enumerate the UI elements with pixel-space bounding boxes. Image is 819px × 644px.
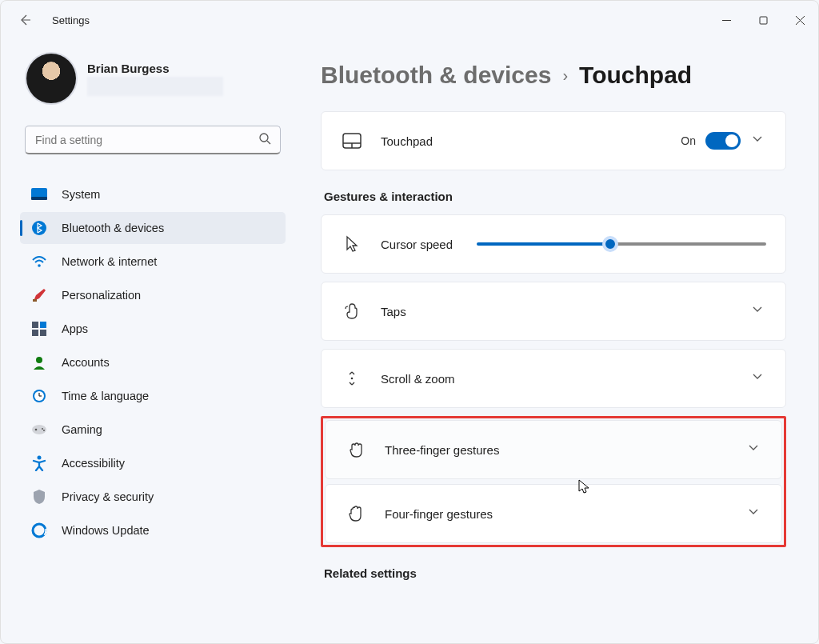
scroll-icon — [342, 369, 362, 388]
breadcrumb-current: Touchpad — [579, 62, 692, 89]
three-finger-label: Three-finger gestures — [385, 443, 499, 457]
svg-rect-13 — [32, 330, 38, 336]
hand-icon — [346, 504, 366, 523]
taps-card[interactable]: Taps — [321, 282, 786, 341]
nav-label: Network & internet — [62, 255, 157, 268]
nav-accessibility[interactable]: Accessibility — [20, 447, 286, 479]
nav-label: Accessibility — [62, 457, 125, 470]
nav-privacy[interactable]: Privacy & security — [20, 481, 286, 513]
nav-label: Windows Update — [62, 524, 150, 537]
chevron-down-icon — [748, 442, 762, 457]
touchpad-toggle[interactable] — [705, 132, 741, 150]
nav-label: Accounts — [62, 356, 110, 369]
profile-block[interactable]: Brian Burgess — [20, 54, 286, 103]
sidebar: Brian Burgess System Bluetooth & devices… — [1, 39, 297, 644]
chevron-down-icon[interactable] — [752, 134, 766, 148]
shield-icon — [31, 489, 47, 505]
toggle-state: On — [681, 134, 696, 147]
nav-system[interactable]: System — [20, 178, 286, 210]
nav-network[interactable]: Network & internet — [20, 246, 286, 278]
nav-label: System — [62, 188, 100, 201]
svg-rect-1 — [760, 17, 767, 24]
update-icon — [31, 522, 47, 538]
scroll-zoom-label: Scroll & zoom — [381, 372, 455, 386]
cursor-icon — [342, 234, 362, 254]
nav-list: System Bluetooth & devices Network & int… — [20, 178, 286, 546]
nav-label: Privacy & security — [62, 490, 154, 503]
cursor-speed-label: Cursor speed — [381, 238, 453, 251]
wifi-icon — [31, 254, 47, 270]
svg-point-4 — [260, 134, 268, 142]
clock-icon — [31, 388, 47, 404]
nav-label: Bluetooth & devices — [62, 222, 164, 234]
nav-time-language[interactable]: Time & language — [20, 380, 286, 412]
four-finger-card[interactable]: Four-finger gestures — [325, 484, 782, 543]
chevron-down-icon — [752, 371, 766, 386]
scroll-zoom-card[interactable]: Scroll & zoom — [321, 349, 786, 408]
brush-icon — [31, 287, 47, 303]
close-button[interactable] — [781, 1, 818, 39]
hand-icon — [346, 440, 366, 459]
profile-name: Brian Burgess — [87, 62, 223, 75]
touchpad-label: Touchpad — [381, 134, 433, 148]
nav-bluetooth-devices[interactable]: Bluetooth & devices — [20, 212, 286, 244]
gamepad-icon — [31, 422, 47, 438]
search-input[interactable] — [25, 126, 281, 154]
svg-rect-10 — [33, 299, 37, 302]
svg-rect-7 — [31, 197, 47, 200]
chevron-down-icon — [752, 304, 766, 318]
nav-accounts[interactable]: Accounts — [20, 346, 286, 378]
avatar — [26, 54, 76, 103]
touchpad-card[interactable]: Touchpad On — [321, 111, 786, 170]
system-icon — [31, 186, 47, 202]
svg-rect-12 — [40, 322, 46, 328]
nav-label: Personalization — [62, 289, 141, 302]
svg-point-25 — [33, 524, 46, 537]
person-icon — [31, 354, 47, 370]
svg-point-8 — [32, 221, 46, 235]
svg-rect-14 — [40, 330, 46, 336]
maximize-button[interactable] — [745, 1, 781, 39]
svg-point-30 — [351, 378, 354, 380]
apps-icon — [31, 321, 47, 337]
svg-point-20 — [32, 425, 46, 434]
chevron-right-icon: › — [562, 66, 568, 85]
section-related-title: Related settings — [324, 566, 786, 580]
nav-personalization[interactable]: Personalization — [20, 279, 286, 311]
svg-point-9 — [38, 264, 41, 267]
bluetooth-icon — [31, 220, 47, 236]
nav-gaming[interactable]: Gaming — [20, 414, 286, 446]
profile-email-redacted — [87, 77, 223, 96]
nav-windows-update[interactable]: Windows Update — [20, 514, 286, 546]
main-content: Bluetooth & devices › Touchpad Touchpad … — [297, 39, 818, 644]
nav-label: Apps — [62, 322, 88, 335]
three-finger-card[interactable]: Three-finger gestures — [325, 420, 782, 479]
cursor-speed-slider[interactable] — [477, 242, 766, 246]
taps-label: Taps — [381, 305, 406, 318]
nav-label: Gaming — [62, 423, 102, 436]
annotation-highlight: Three-finger gestures Four-finger gestur… — [321, 416, 786, 547]
svg-point-15 — [36, 357, 42, 363]
accessibility-icon — [31, 455, 47, 471]
minimize-button[interactable] — [708, 1, 745, 39]
svg-point-21 — [35, 429, 38, 431]
four-finger-label: Four-finger gestures — [385, 507, 493, 521]
chevron-down-icon — [748, 506, 762, 521]
nav-apps[interactable]: Apps — [20, 313, 286, 345]
breadcrumb: Bluetooth & devices › Touchpad — [321, 62, 786, 89]
tap-icon — [342, 302, 362, 321]
window-title: Settings — [52, 14, 90, 26]
touchpad-icon — [342, 131, 362, 150]
nav-label: Time & language — [62, 390, 149, 402]
section-gestures-title: Gestures & interaction — [324, 190, 786, 203]
svg-point-22 — [42, 428, 43, 430]
cursor-speed-card: Cursor speed — [321, 214, 786, 274]
back-button[interactable] — [15, 10, 34, 30]
svg-point-24 — [38, 456, 42, 460]
search-icon — [258, 132, 271, 148]
search-container — [20, 126, 286, 154]
svg-point-23 — [43, 430, 45, 431]
svg-rect-11 — [32, 322, 38, 328]
titlebar: Settings — [1, 1, 818, 39]
breadcrumb-parent[interactable]: Bluetooth & devices — [321, 62, 551, 89]
